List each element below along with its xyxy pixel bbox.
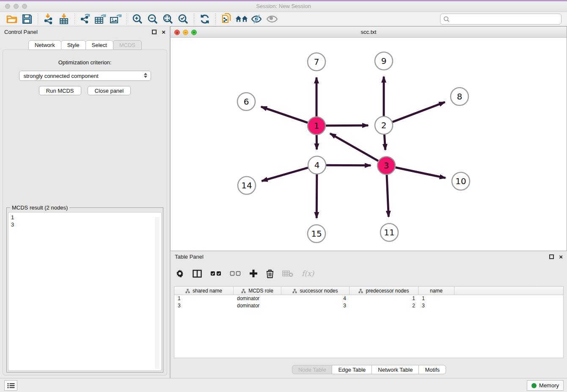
cell-name[interactable]: 3 bbox=[418, 302, 454, 309]
edge-1-6[interactable] bbox=[261, 107, 308, 123]
tab-network[interactable]: Network bbox=[28, 40, 61, 50]
mcds-tab-content: Optimization criterion: strongly connect… bbox=[3, 50, 167, 375]
export-image-button[interactable] bbox=[110, 13, 122, 25]
cell-shared-name[interactable]: 3 bbox=[174, 302, 234, 309]
mcds-result-textarea[interactable]: 1 3 bbox=[8, 212, 162, 371]
task-history-button[interactable] bbox=[4, 380, 17, 391]
network-canvas[interactable]: 7968124314101511 bbox=[171, 38, 567, 251]
edge-3-10[interactable] bbox=[396, 168, 446, 178]
delete-column-trash-icon[interactable] bbox=[266, 269, 274, 278]
cell-predecessor-nodes[interactable]: 2 bbox=[350, 302, 418, 309]
column-pane-icon[interactable] bbox=[193, 270, 202, 278]
node-label-15: 15 bbox=[311, 229, 322, 239]
cell-successor-nodes[interactable]: 4 bbox=[281, 295, 350, 302]
duplicate-network-button[interactable] bbox=[220, 13, 233, 25]
edge-1-2[interactable] bbox=[326, 125, 368, 126]
tab-select[interactable]: Select bbox=[85, 40, 113, 50]
show-all-button[interactable] bbox=[266, 13, 278, 25]
save-session-button[interactable] bbox=[21, 13, 33, 25]
float-table-panel-icon[interactable] bbox=[549, 254, 554, 259]
tab-mcds[interactable]: MCDS bbox=[113, 40, 142, 50]
node-label-11: 11 bbox=[384, 227, 394, 237]
table-row[interactable]: 1 dominator 4 1 1 bbox=[174, 295, 563, 302]
function-builder-icon-disabled: f(x) bbox=[302, 269, 314, 278]
network-window-title: scc.txt bbox=[171, 29, 567, 35]
close-panel-button[interactable]: Close panel bbox=[88, 86, 131, 95]
duplicate-network-icon bbox=[221, 13, 232, 25]
cell-shared-name[interactable]: 1 bbox=[174, 295, 234, 302]
memory-button[interactable]: Memory bbox=[527, 380, 564, 391]
table-row[interactable]: 3 dominator 3 2 3 bbox=[174, 302, 563, 309]
cell-predecessor-nodes[interactable]: 1 bbox=[350, 295, 418, 302]
toolbar-separator bbox=[127, 14, 127, 25]
mcds-result-title: MCDS result (2 nodes) bbox=[10, 204, 69, 211]
export-network-button[interactable] bbox=[79, 13, 92, 25]
tab-style[interactable]: Style bbox=[61, 40, 86, 50]
tab-motifs[interactable]: Motifs bbox=[418, 365, 446, 374]
cell-mcds-role[interactable]: dominator bbox=[234, 295, 281, 302]
edge-4-3[interactable] bbox=[326, 165, 371, 166]
zoom-out-icon bbox=[147, 14, 158, 25]
edge-2-3[interactable] bbox=[384, 135, 385, 150]
run-mcds-button[interactable]: Run MCDS bbox=[39, 86, 81, 95]
select-all-icon[interactable] bbox=[210, 271, 221, 276]
network-graph[interactable]: 7968124314101511 bbox=[171, 38, 566, 251]
column-header-predecessor-nodes[interactable]: predecessor nodes bbox=[350, 287, 418, 295]
cell-mcds-role[interactable]: dominator bbox=[234, 302, 281, 309]
cell-successor-nodes[interactable]: 3 bbox=[281, 302, 350, 309]
application-window: Session: New Session bbox=[0, 0, 567, 392]
result-scrollbar[interactable] bbox=[155, 217, 160, 369]
table-panel-title: Table Panel bbox=[175, 254, 204, 260]
column-sort-icon bbox=[185, 289, 190, 293]
cell-name[interactable]: 1 bbox=[418, 295, 454, 302]
table-panel-tabs: Node Table Edge Table Network Table Moti… bbox=[171, 365, 567, 374]
close-panel-icon[interactable]: × bbox=[162, 30, 165, 34]
add-column-plus-icon[interactable] bbox=[249, 269, 258, 278]
dropdown-selected-value: strongly connected component bbox=[24, 73, 99, 79]
edge-2-8[interactable] bbox=[393, 102, 445, 122]
tab-network-table[interactable]: Network Table bbox=[372, 365, 419, 374]
dropdown-stepper-icon bbox=[144, 73, 147, 78]
network-window-titlebar[interactable]: x − + scc.txt bbox=[171, 27, 567, 38]
close-table-panel-icon[interactable]: × bbox=[559, 254, 563, 259]
column-header-name[interactable]: name bbox=[418, 287, 454, 295]
tab-edge-table[interactable]: Edge Table bbox=[332, 365, 372, 374]
export-table-button[interactable] bbox=[94, 13, 107, 25]
node-table[interactable]: shared name MCDS role successor nodes pr… bbox=[174, 286, 564, 358]
refresh-layout-button[interactable] bbox=[198, 13, 211, 25]
toolbar-separator bbox=[215, 14, 216, 25]
deselect-all-icon[interactable] bbox=[230, 271, 241, 276]
tab-node-table[interactable]: Node Table bbox=[292, 365, 333, 374]
open-session-button[interactable] bbox=[6, 13, 18, 25]
column-header-mcds-role[interactable]: MCDS role bbox=[234, 287, 281, 295]
optimization-criterion-select[interactable]: strongly connected component bbox=[19, 71, 151, 81]
control-panel-tabs: Network Style Select MCDS bbox=[0, 40, 170, 50]
table-settings-gear-icon[interactable] bbox=[176, 269, 184, 278]
zoom-fit-button[interactable] bbox=[162, 13, 174, 25]
zoom-in-icon bbox=[132, 14, 143, 25]
zoom-in-button[interactable] bbox=[131, 13, 144, 25]
eye-slash-icon bbox=[250, 14, 263, 24]
column-header-shared-name[interactable]: shared name bbox=[174, 287, 234, 295]
edge-4-14[interactable] bbox=[262, 168, 308, 181]
edge-4-15[interactable] bbox=[317, 174, 317, 218]
zoom-fit-icon bbox=[162, 14, 173, 25]
node-label-10: 10 bbox=[455, 176, 466, 186]
titlebar[interactable]: Session: New Session bbox=[0, 1, 567, 12]
search-field[interactable] bbox=[440, 14, 561, 25]
first-neighbors-button[interactable] bbox=[235, 13, 248, 25]
float-panel-icon[interactable] bbox=[152, 30, 157, 34]
column-header-successor-nodes[interactable]: successor nodes bbox=[281, 287, 350, 295]
edge-3-1[interactable] bbox=[330, 133, 378, 161]
node-label-6: 6 bbox=[244, 97, 249, 107]
hide-selected-button[interactable] bbox=[250, 13, 263, 25]
import-network-button[interactable] bbox=[42, 13, 55, 25]
edge-3-11[interactable] bbox=[387, 175, 388, 217]
node-label-4: 4 bbox=[314, 160, 320, 170]
column-sort-icon bbox=[241, 289, 246, 293]
search-input[interactable] bbox=[450, 16, 561, 22]
zoom-selected-button[interactable] bbox=[177, 13, 190, 25]
zoom-out-button[interactable] bbox=[146, 13, 159, 25]
import-table-button[interactable] bbox=[58, 13, 70, 25]
mcds-result-line: 1 bbox=[11, 214, 159, 221]
